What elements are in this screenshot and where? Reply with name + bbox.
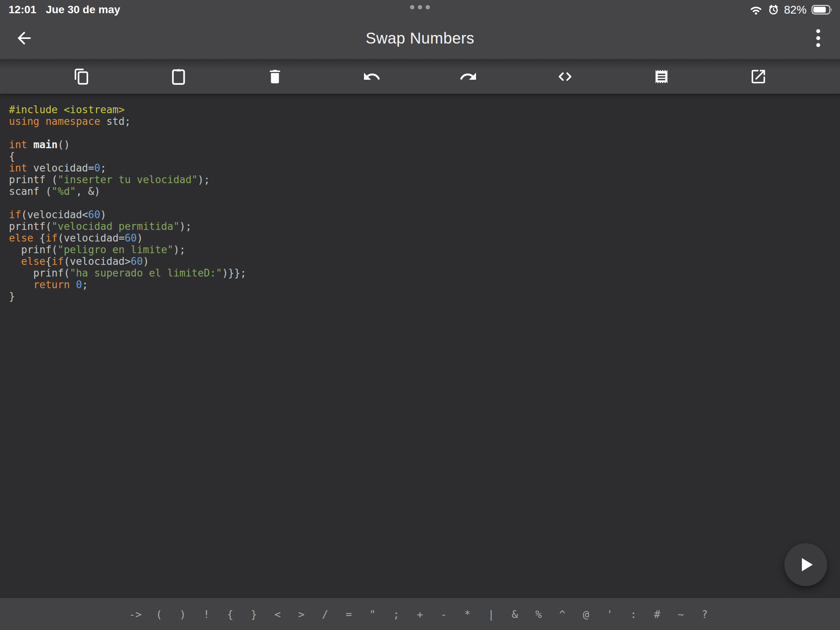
header: 12:01 Jue 30 de may 82% bbox=[0, 0, 840, 59]
redo-icon bbox=[459, 67, 478, 86]
symbol-key[interactable]: / bbox=[318, 604, 332, 624]
dot bbox=[418, 5, 422, 9]
code-line: if(velocidad<60) bbox=[9, 209, 832, 220]
symbol-key[interactable]: + bbox=[413, 604, 427, 624]
symbol-key[interactable]: = bbox=[342, 604, 356, 624]
receipt-icon bbox=[653, 67, 670, 86]
multitask-indicator[interactable] bbox=[410, 5, 430, 9]
code-line: int main() bbox=[9, 139, 832, 150]
alarm-icon bbox=[768, 4, 779, 16]
code-line bbox=[9, 127, 832, 139]
code-line: prinf("ha superado el limiteD:")}}; bbox=[9, 267, 832, 279]
nav-bar: Swap Numbers bbox=[0, 17, 840, 59]
symbol-key[interactable]: : bbox=[627, 604, 640, 624]
symbol-key[interactable]: ^ bbox=[556, 604, 569, 624]
code-line bbox=[9, 197, 832, 209]
code-icon bbox=[555, 68, 575, 85]
code-line: return 0; bbox=[9, 279, 832, 290]
symbol-key[interactable]: { bbox=[224, 604, 237, 624]
battery-icon bbox=[811, 4, 834, 16]
status-left: 12:01 Jue 30 de may bbox=[9, 4, 120, 16]
editor-toolbar bbox=[0, 59, 840, 94]
symbol-key[interactable]: ~ bbox=[674, 604, 688, 624]
undo-icon bbox=[362, 67, 381, 86]
overflow-menu-button[interactable] bbox=[807, 26, 829, 51]
dot bbox=[816, 43, 820, 47]
symbol-key[interactable]: ' bbox=[603, 604, 617, 624]
page-title: Swap Numbers bbox=[0, 30, 840, 47]
symbol-key[interactable]: } bbox=[247, 604, 261, 624]
code-line: else {if(velocidad=60) bbox=[9, 232, 832, 244]
open-in-new-button[interactable] bbox=[747, 65, 770, 88]
symbol-key[interactable]: > bbox=[295, 604, 308, 624]
paste-button[interactable] bbox=[167, 65, 190, 88]
open-in-new-icon bbox=[749, 68, 767, 86]
insert-code-button[interactable] bbox=[553, 65, 577, 88]
redo-button[interactable] bbox=[457, 65, 480, 88]
dot bbox=[816, 29, 820, 33]
code-editor[interactable]: #include <iostream>using namespace std;i… bbox=[0, 94, 840, 598]
code-line: printf ("inserter tu velocidad"); bbox=[9, 174, 832, 186]
battery-percent: 82% bbox=[784, 4, 807, 16]
symbol-key[interactable]: * bbox=[461, 604, 474, 624]
copy-icon bbox=[72, 67, 91, 86]
symbol-key[interactable]: % bbox=[532, 604, 546, 624]
symbol-key[interactable]: ; bbox=[390, 604, 403, 624]
back-button[interactable] bbox=[12, 26, 37, 51]
code-line: } bbox=[9, 290, 832, 302]
symbol-key[interactable]: ) bbox=[176, 604, 190, 624]
code-line: printf("velocidad permitida"); bbox=[9, 220, 832, 232]
status-right: 82% bbox=[749, 4, 834, 16]
symbol-key[interactable]: @ bbox=[579, 604, 593, 624]
code-line: #include <iostream> bbox=[9, 104, 832, 116]
run-button[interactable] bbox=[784, 543, 827, 586]
code-line: { bbox=[9, 150, 832, 162]
symbol-key[interactable]: & bbox=[508, 604, 522, 624]
dot bbox=[426, 5, 430, 9]
code-line: else{if(velocidad>60) bbox=[9, 256, 832, 267]
code-line: prinf("peligro en limite"); bbox=[9, 244, 832, 256]
symbol-key[interactable]: - bbox=[437, 604, 451, 624]
arrow-back-icon bbox=[14, 28, 34, 48]
code-line: int velocidad=0; bbox=[9, 162, 832, 174]
wifi-icon bbox=[749, 4, 763, 15]
symbol-key[interactable]: ? bbox=[698, 604, 712, 624]
symbol-key[interactable]: < bbox=[271, 604, 285, 624]
symbol-key[interactable]: # bbox=[651, 604, 664, 624]
console-output-button[interactable] bbox=[650, 65, 673, 88]
status-time: 12:01 bbox=[9, 4, 37, 16]
symbol-key[interactable]: ! bbox=[200, 604, 214, 624]
symbol-key[interactable]: -> bbox=[129, 604, 142, 624]
status-date: Jue 30 de may bbox=[46, 4, 120, 16]
paste-icon bbox=[169, 67, 188, 86]
dot bbox=[410, 5, 415, 9]
symbol-key[interactable]: " bbox=[366, 604, 380, 624]
code-line: scanf ("%d", &) bbox=[9, 186, 832, 197]
symbol-key[interactable]: ( bbox=[152, 604, 166, 624]
dot bbox=[816, 36, 820, 40]
symbol-keyboard-bar: ->()!{}<>/=";+-*|&%^@':#~? bbox=[0, 598, 840, 630]
code-line: using namespace std; bbox=[9, 116, 832, 127]
undo-button[interactable] bbox=[360, 65, 383, 88]
play-icon bbox=[802, 558, 813, 571]
symbol-key[interactable]: | bbox=[485, 604, 498, 624]
trash-icon bbox=[266, 67, 284, 86]
copy-button[interactable] bbox=[70, 65, 93, 88]
delete-button[interactable] bbox=[263, 65, 287, 88]
